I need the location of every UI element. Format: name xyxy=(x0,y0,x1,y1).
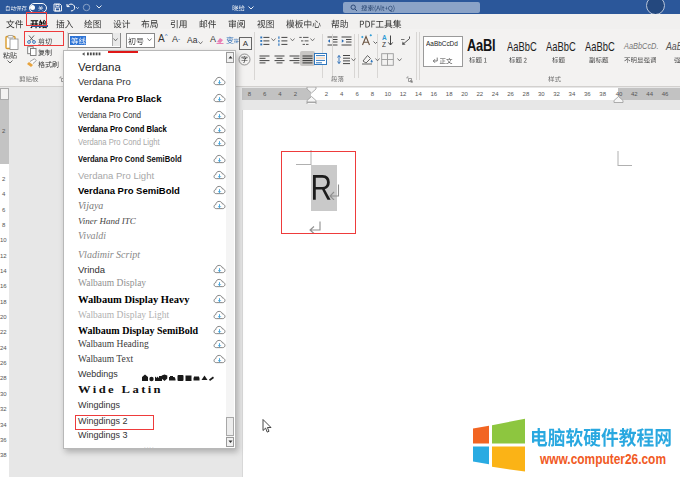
svg-text:A: A xyxy=(382,34,387,41)
svg-text:www.computer26.com: www.computer26.com xyxy=(539,450,666,467)
svg-text:Z: Z xyxy=(382,41,386,47)
